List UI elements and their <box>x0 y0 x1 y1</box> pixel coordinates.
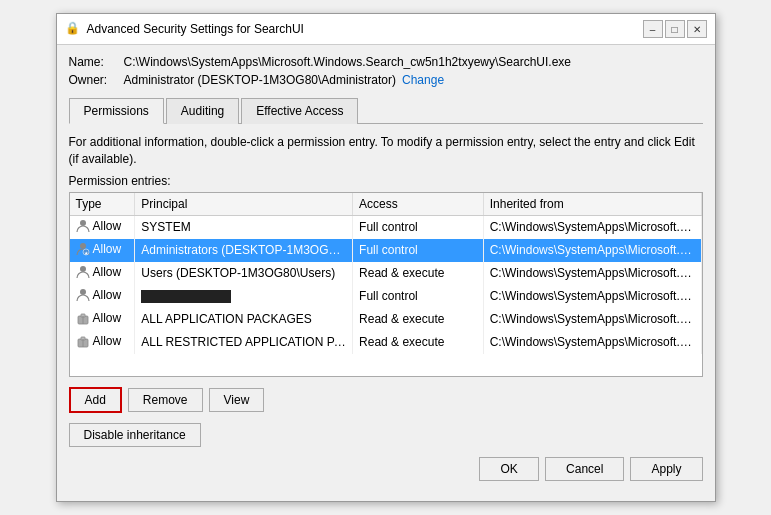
cell-principal: ALL RESTRICTED APPLICATION PACKAGES <box>135 331 353 354</box>
window-title: Advanced Security Settings for SearchUI <box>87 22 304 36</box>
cell-principal: ALL APPLICATION PACKAGES <box>135 308 353 331</box>
view-button[interactable]: View <box>209 388 265 412</box>
cell-access: Full control <box>353 215 484 239</box>
svg-point-1 <box>80 243 86 249</box>
cell-principal: SYSTEM <box>135 215 353 239</box>
title-bar: 🔒 Advanced Security Settings for SearchU… <box>57 14 715 45</box>
table-row[interactable]: AllowALL RESTRICTED APPLICATION PACKAGES… <box>70 331 702 354</box>
table-row[interactable]: ★ AllowAdministrators (DESKTOP-1M3OG80\A… <box>70 239 702 262</box>
action-buttons-row: Add Remove View <box>69 387 703 413</box>
table-header-row: Type Principal Access Inherited from <box>70 193 702 216</box>
permissions-table-container[interactable]: Type Principal Access Inherited from All… <box>69 192 703 377</box>
cell-inherited: C:\Windows\SystemApps\Microsoft.Windo... <box>483 331 701 354</box>
owner-row: Owner: Administrator (DESKTOP-1M3OG80\Ad… <box>69 73 703 87</box>
col-header-principal: Principal <box>135 193 353 216</box>
tabs-container: Permissions Auditing Effective Access <box>69 97 703 124</box>
main-window: 🔒 Advanced Security Settings for SearchU… <box>56 13 716 502</box>
col-header-access: Access <box>353 193 484 216</box>
close-button[interactable]: ✕ <box>687 20 707 38</box>
maximize-button[interactable]: □ <box>665 20 685 38</box>
svg-point-0 <box>80 220 86 226</box>
cell-type: Allow <box>70 331 135 354</box>
cell-inherited: C:\Windows\SystemApps\Microsoft.Windo... <box>483 239 701 262</box>
apply-button[interactable]: Apply <box>630 457 702 481</box>
change-link[interactable]: Change <box>402 73 444 87</box>
cell-type: ★ Allow <box>70 239 135 262</box>
cell-principal <box>135 285 353 308</box>
col-header-type: Type <box>70 193 135 216</box>
cell-access: Read & execute <box>353 331 484 354</box>
title-bar-left: 🔒 Advanced Security Settings for SearchU… <box>65 21 304 37</box>
inheritance-row: Disable inheritance <box>69 423 703 447</box>
description-text: For additional information, double-click… <box>69 134 703 168</box>
dialog-buttons-row: OK Cancel Apply <box>69 457 703 491</box>
disable-inheritance-button[interactable]: Disable inheritance <box>69 423 201 447</box>
tab-effective-access[interactable]: Effective Access <box>241 98 358 124</box>
table-row[interactable]: AllowALL APPLICATION PACKAGESRead & exec… <box>70 308 702 331</box>
cell-access: Full control <box>353 239 484 262</box>
cell-type: Allow <box>70 215 135 239</box>
cell-inherited: C:\Windows\SystemApps\Microsoft.Windo... <box>483 215 701 239</box>
dialog-content: Name: C:\Windows\SystemApps\Microsoft.Wi… <box>57 45 715 501</box>
svg-point-5 <box>80 289 86 295</box>
section-label: Permission entries: <box>69 174 703 188</box>
table-row[interactable]: AllowSYSTEMFull controlC:\Windows\System… <box>70 215 702 239</box>
owner-value: Administrator (DESKTOP-1M3OG80\Administr… <box>124 73 397 87</box>
permissions-table: Type Principal Access Inherited from All… <box>70 193 702 354</box>
window-icon: 🔒 <box>65 21 81 37</box>
svg-point-4 <box>80 266 86 272</box>
col-header-inherited: Inherited from <box>483 193 701 216</box>
ok-button[interactable]: OK <box>479 457 539 481</box>
table-row[interactable]: AllowFull controlC:\Windows\SystemApps\M… <box>70 285 702 308</box>
cell-inherited: C:\Windows\SystemApps\Microsoft.Windo... <box>483 308 701 331</box>
cell-inherited: C:\Windows\SystemApps\Microsoft.Windo... <box>483 285 701 308</box>
add-button[interactable]: Add <box>69 387 122 413</box>
cell-type: Allow <box>70 262 135 285</box>
cancel-button[interactable]: Cancel <box>545 457 624 481</box>
cell-inherited: C:\Windows\SystemApps\Microsoft.Windo... <box>483 262 701 285</box>
cell-type: Allow <box>70 308 135 331</box>
table-row[interactable]: AllowUsers (DESKTOP-1M3OG80\Users)Read &… <box>70 262 702 285</box>
cell-type: Allow <box>70 285 135 308</box>
tab-permissions[interactable]: Permissions <box>69 98 164 124</box>
cell-principal: Users (DESKTOP-1M3OG80\Users) <box>135 262 353 285</box>
tab-auditing[interactable]: Auditing <box>166 98 239 124</box>
owner-label: Owner: <box>69 73 124 87</box>
minimize-button[interactable]: – <box>643 20 663 38</box>
title-buttons: – □ ✕ <box>643 20 707 38</box>
remove-button[interactable]: Remove <box>128 388 203 412</box>
name-value: C:\Windows\SystemApps\Microsoft.Windows.… <box>124 55 572 69</box>
cell-access: Read & execute <box>353 262 484 285</box>
name-row: Name: C:\Windows\SystemApps\Microsoft.Wi… <box>69 55 703 69</box>
name-label: Name: <box>69 55 124 69</box>
cell-access: Read & execute <box>353 308 484 331</box>
cell-principal: Administrators (DESKTOP-1M3OG80\Admi... <box>135 239 353 262</box>
cell-access: Full control <box>353 285 484 308</box>
